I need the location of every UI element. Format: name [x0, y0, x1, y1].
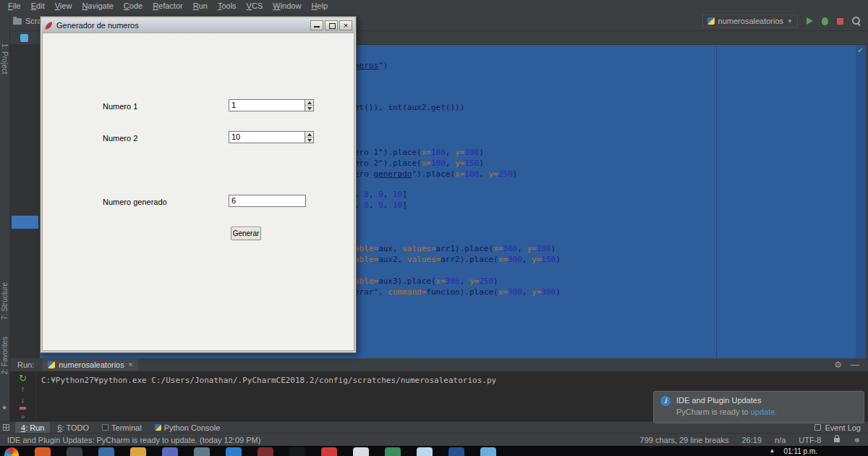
menu-item-run[interactable]: Run: [188, 1, 213, 10]
taskbar-icon-start-orb[interactable]: [4, 447, 19, 456]
run-button[interactable]: [807, 17, 813, 25]
run-tab[interactable]: numerosaleatorios ✕: [43, 359, 138, 371]
spin-down-icon[interactable]: [305, 106, 313, 111]
menu-item-vcs[interactable]: VCS: [242, 1, 268, 10]
menu-item-code[interactable]: Code: [119, 1, 148, 10]
close-button[interactable]: ×: [339, 20, 352, 30]
status-item-1[interactable]: 26:19: [741, 436, 762, 444]
update-link[interactable]: update.: [751, 408, 778, 416]
lock-icon[interactable]: [834, 438, 840, 442]
menu-item-view[interactable]: View: [50, 1, 77, 10]
taskbar-icon-app-azure[interactable]: [226, 447, 242, 456]
label-numero-generado: Numero generado: [103, 198, 167, 206]
console-output[interactable]: C:¥Python27¥python.exe C:/Users/Jonathan…: [41, 376, 865, 385]
up-arrow-icon[interactable]: ↑: [21, 385, 25, 393]
tool-button-favorites[interactable]: 2: Favorites: [1, 337, 9, 374]
tool-button-structure[interactable]: 7: Structure: [1, 282, 9, 320]
tool-windows-icon[interactable]: [3, 424, 9, 431]
menu-item-refactor[interactable]: Refactor: [148, 1, 188, 10]
maximize-button[interactable]: [325, 20, 338, 30]
breadcrumb[interactable]: Scra: [13, 17, 42, 25]
run-config-label: numerosaleatorios: [718, 17, 784, 25]
taskbar-icon-explorer-folder[interactable]: [130, 447, 146, 456]
taskbar-icons: [4, 447, 496, 456]
tool-button-4-run[interactable]: 4: Run: [15, 422, 50, 434]
taskbar-icon-app-blue[interactable]: [98, 447, 114, 456]
more-actions-icon[interactable]: »: [20, 413, 25, 421]
menu-item-file[interactable]: File: [3, 1, 26, 10]
tool-button-python-console[interactable]: Python Console: [149, 422, 226, 434]
close-tab-icon[interactable]: ✕: [128, 361, 134, 368]
status-item-3[interactable]: UTF-8: [799, 436, 821, 444]
down-arrow-icon[interactable]: ↓: [21, 396, 25, 404]
taskbar-icon-app-light[interactable]: [353, 447, 369, 456]
status-item-2[interactable]: n/a: [775, 436, 786, 444]
search-icon[interactable]: [852, 17, 861, 25]
taskbar-icon-app-lightblue[interactable]: [480, 447, 496, 456]
event-log-button[interactable]: Event Log: [814, 423, 861, 432]
taskbar-icon-app-dark[interactable]: [67, 447, 82, 456]
menu-item-window[interactable]: Window: [268, 1, 306, 10]
status-message[interactable]: IDE and Plugin Updates: PyCharm is ready…: [7, 436, 260, 444]
taskbar-icon-app-dark-red[interactable]: [258, 447, 273, 456]
tray-arrow-icon[interactable]: ▲: [770, 447, 775, 454]
spin-up-icon[interactable]: [305, 132, 313, 138]
taskbar-icon-opera[interactable]: [321, 447, 337, 456]
spinbox-numero-2[interactable]: 10: [229, 131, 314, 143]
event-log-label: Event Log: [825, 423, 861, 432]
folder-icon: [13, 18, 22, 25]
stop-icon[interactable]: [20, 407, 26, 410]
taskbar-icon-app-black[interactable]: [289, 447, 305, 456]
inspections-ok-icon[interactable]: ✔: [857, 46, 863, 54]
minimize-button[interactable]: [310, 20, 323, 30]
python-icon: [48, 361, 55, 368]
tool-button-label: Python Console: [164, 423, 221, 432]
stop-button[interactable]: [837, 18, 843, 25]
notification-content: IDE and Plugin Updates PyCharm is ready …: [676, 396, 777, 418]
menu-item-edit[interactable]: Edit: [26, 1, 50, 10]
menu-item-help[interactable]: Help: [306, 1, 333, 10]
taskbar-icon-pycharm[interactable]: [385, 447, 401, 456]
taskbar-icon-app-gray[interactable]: [194, 447, 210, 456]
editor-scrollbar[interactable]: ✔: [856, 45, 866, 358]
run-config-selector[interactable]: numerosaleatorios ▼: [702, 14, 798, 28]
label-numero-2: Numero 2: [103, 134, 137, 143]
tk-window-controls: ×: [309, 20, 352, 30]
code-line: meros"): [354, 61, 388, 71]
taskbar-icon-app-sky[interactable]: [417, 447, 433, 456]
hector-inspector-icon[interactable]: ☻: [853, 436, 861, 444]
gear-icon[interactable]: ⚙: [834, 360, 842, 370]
right-margin-guide: [716, 45, 717, 358]
tk-window-body: Numero 1 1 Numero 2 10 Numero generado 6…: [42, 33, 354, 351]
status-items: 799 chars, 29 line breaks26:19n/aUTF-8: [640, 436, 822, 444]
code-line: erar", command=funcion).place(x=300, y=3…: [354, 287, 561, 297]
notification-title: IDE and Plugin Updates: [676, 396, 777, 405]
rerun-icon[interactable]: ↻: [19, 374, 27, 382]
tool-button-terminal[interactable]: Terminal: [96, 422, 148, 434]
system-tray: ▲ 01:11 p.m.: [770, 447, 817, 456]
menu-item-tools[interactable]: Tools: [213, 1, 242, 10]
debug-button[interactable]: [822, 17, 828, 25]
spinbox-numero-1[interactable]: 1: [229, 99, 314, 111]
hide-panel-icon[interactable]: —: [851, 360, 859, 370]
tool-button-6-todo[interactable]: 6: TODO: [51, 422, 95, 434]
status-right: 799 chars, 29 line breaks26:19n/aUTF-8 ☻: [640, 436, 861, 444]
taskbar-icon-app-navy[interactable]: [448, 447, 464, 456]
taskbar-icon-word[interactable]: [162, 447, 178, 456]
pycharm-window: FileEditViewNavigateCodeRefactorRunTools…: [0, 0, 868, 456]
code-line: , 8, 9, 10]: [354, 200, 407, 211]
spin-down-icon[interactable]: [305, 138, 313, 143]
code-line: , 8, 9, 10]: [354, 190, 407, 200]
entry-numero-generado[interactable]: 6: [229, 195, 306, 207]
menu-bar: FileEditViewNavigateCodeRefactorRunTools…: [0, 0, 868, 12]
spin-up-icon[interactable]: [305, 100, 313, 106]
generar-button[interactable]: Generar: [231, 227, 261, 240]
favorites-star-icon: ★: [1, 404, 7, 411]
tk-title-bar[interactable]: Generador de numeros ×: [42, 18, 354, 33]
menu-item-navigate[interactable]: Navigate: [77, 1, 118, 10]
taskbar-icon-firefox[interactable]: [35, 447, 51, 456]
scratch-file-icon[interactable]: [20, 34, 28, 42]
tool-button-project[interactable]: 1: Project: [1, 43, 9, 74]
notification-balloon[interactable]: i IDE and Plugin Updates PyCharm is read…: [653, 391, 864, 423]
taskbar-clock[interactable]: 01:11 p.m.: [783, 447, 817, 455]
